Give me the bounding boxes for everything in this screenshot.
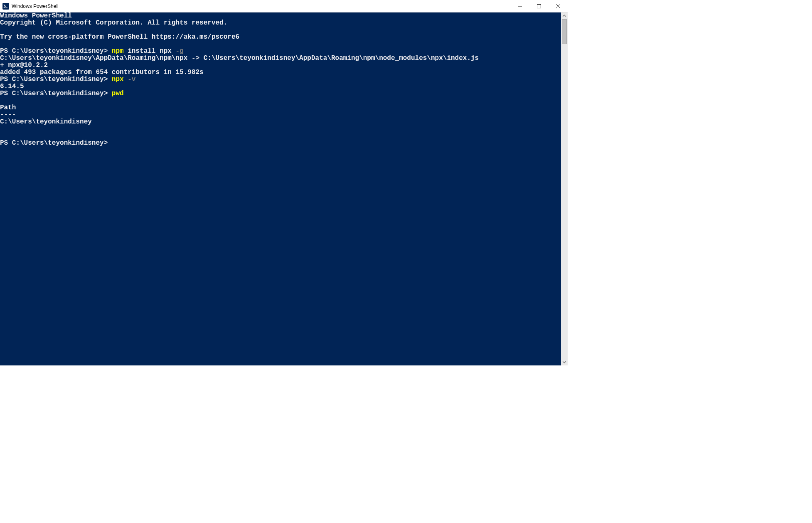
maximize-button[interactable]	[529, 0, 549, 12]
scroll-down-button[interactable]	[561, 359, 568, 365]
terminal-output[interactable]: Windows PowerShell Copyright (C) Microso…	[0, 12, 561, 365]
cmd-keyword: npm	[112, 47, 124, 55]
output-line: + npx@10.2.2	[0, 62, 48, 69]
powershell-icon	[2, 3, 9, 10]
output-header: Path	[0, 104, 16, 111]
titlebar[interactable]: Windows PowerShell	[0, 0, 568, 12]
vertical-scrollbar[interactable]	[561, 12, 568, 365]
cmd-space	[124, 76, 128, 83]
terminal-container: Windows PowerShell Copyright (C) Microso…	[0, 12, 568, 365]
cmd-flag: -g	[175, 47, 183, 55]
scroll-up-button[interactable]	[561, 12, 568, 19]
chevron-down-icon	[563, 361, 566, 363]
window-title: Windows PowerShell	[12, 3, 510, 9]
close-icon	[556, 4, 560, 8]
cmd-args: install npx	[124, 47, 176, 55]
minimize-button[interactable]	[510, 0, 529, 12]
scroll-thumb[interactable]	[562, 19, 567, 44]
banner-line-1: Windows PowerShell	[0, 12, 72, 20]
prompt: PS C:\Users\teyonkindisney>	[0, 76, 112, 83]
minimize-icon	[518, 4, 522, 8]
chevron-up-icon	[563, 15, 566, 17]
output-divider: ----	[0, 111, 16, 118]
banner-line-2: Copyright (C) Microsoft Corporation. All…	[0, 19, 227, 27]
try-pscore-line: Try the new cross-platform PowerShell ht…	[0, 33, 239, 41]
prompt: PS C:\Users\teyonkindisney>	[0, 90, 112, 97]
scroll-track[interactable]	[561, 19, 568, 359]
svg-rect-3	[537, 4, 541, 8]
prompt: PS C:\Users\teyonkindisney>	[0, 47, 112, 55]
close-button[interactable]	[549, 0, 568, 12]
window-controls	[510, 0, 568, 12]
cmd-keyword: pwd	[112, 90, 124, 97]
output-line: C:\Users\teyonkindisney\AppData\Roaming\…	[0, 54, 479, 62]
cmd-flag: -v	[128, 76, 135, 83]
maximize-icon	[537, 4, 541, 8]
output-line: C:\Users\teyonkindisney	[0, 118, 92, 126]
cmd-keyword: npx	[112, 76, 124, 83]
output-line: added 493 packages from 654 contributors…	[0, 69, 204, 76]
prompt: PS C:\Users\teyonkindisney>	[0, 139, 112, 147]
output-line: 6.14.5	[0, 83, 24, 90]
